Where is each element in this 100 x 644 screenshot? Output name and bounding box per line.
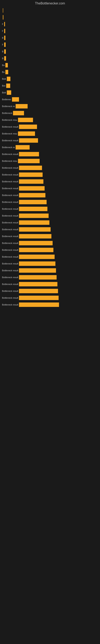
bar-label: Bottleneck result	[2, 283, 18, 285]
bar-fill	[19, 227, 50, 232]
bar-label: Bottleneck result	[2, 276, 18, 278]
bar-row: Bottleneck result	[2, 261, 98, 266]
bar-row: Bottleneck result	[2, 247, 98, 253]
bar-fill	[18, 118, 33, 122]
bar-label: Bottleneck resu	[2, 160, 17, 162]
bar-row: Bo	[2, 62, 98, 68]
site-title: TheBottlenecker.com	[0, 0, 100, 8]
bar-row: Bottleneck result	[2, 199, 98, 205]
bar-label: Bottleneck result	[2, 126, 18, 128]
bar-row: Bottleneck result	[2, 288, 98, 294]
bar-fill	[7, 77, 10, 81]
bar-fill	[6, 84, 10, 88]
bar-fill	[19, 207, 48, 211]
bar-row: Bott	[2, 76, 98, 82]
bar-row: Bottleneck result	[2, 206, 98, 212]
bar-row: Bottleneck result	[2, 186, 98, 191]
bar-label: Bottleneck result	[2, 214, 18, 217]
bar-fill	[4, 22, 5, 26]
bar-fill	[19, 268, 56, 273]
bar-fill	[19, 186, 45, 190]
bar-label: B	[2, 50, 3, 53]
bar-row: Bottleneck result	[2, 281, 98, 287]
bar-fill	[12, 97, 19, 102]
bar-label: Bottleneck	[2, 112, 12, 114]
bar-row: Bottleneck result	[2, 151, 98, 157]
bar-fill	[13, 111, 24, 115]
bar-label: Bottleneck result	[2, 187, 18, 190]
bar-row: Bottleneck result	[2, 165, 98, 171]
bar-label: Bo	[2, 71, 4, 73]
bar-row: Bottleneck result	[2, 274, 98, 280]
bar-fill	[19, 296, 59, 300]
bar-label: Bo	[2, 64, 4, 66]
bar-row: Bottleneck	[2, 110, 98, 116]
bar-fill	[5, 63, 8, 68]
bar-label: Bottleneck result	[2, 228, 18, 231]
bar-label: Bottleneck result	[2, 256, 18, 258]
bar-row: Bottleneck re	[2, 144, 98, 150]
bar-fill	[18, 159, 40, 163]
bar-fill	[19, 179, 43, 184]
bar-fill	[19, 124, 37, 129]
bar-fill	[4, 42, 6, 47]
bar-label: F	[2, 23, 3, 25]
bar-fill	[19, 254, 54, 259]
bar-row: Bottleneck result	[2, 268, 98, 273]
bar-fill	[4, 56, 6, 60]
bar-label: Bottleneck re	[2, 146, 15, 148]
bar-row: B	[2, 56, 98, 61]
bar-fill	[19, 220, 50, 225]
bar-fill	[19, 241, 52, 245]
bar-label: Bottleneck result	[2, 208, 18, 210]
bar-row: Bottleneck result	[2, 220, 98, 226]
bar-fill	[19, 193, 46, 198]
bar-label: Bottleneck result	[2, 304, 18, 306]
bar-label: Bottlenec	[2, 98, 11, 100]
bar-fill	[19, 214, 49, 218]
bar-row: Bot	[2, 83, 98, 88]
bar-fill	[19, 152, 39, 156]
bar-row: Bottleneck resu	[2, 158, 98, 164]
bar-fill	[16, 145, 30, 150]
bar-fill	[19, 234, 51, 238]
bar-row: Bott	[2, 90, 98, 96]
bar-row: B	[2, 35, 98, 41]
bar-row: Bottleneck resu	[2, 117, 98, 123]
bar-row: B	[2, 49, 98, 54]
bar-fill	[19, 275, 57, 280]
bar-fill	[19, 172, 43, 177]
bar-label: B	[2, 37, 3, 39]
bar-row: Bottleneck result	[2, 192, 98, 198]
bar-label: Bottleneck result	[2, 194, 18, 196]
bar-fill	[19, 200, 47, 204]
bar-label: F	[2, 30, 3, 32]
bar-label: B	[2, 57, 3, 60]
bar-label: Bottleneck result	[2, 139, 18, 142]
bar-fill	[18, 132, 35, 136]
bar-fill	[7, 90, 11, 95]
bar-row: Bottleneck resu	[2, 131, 98, 136]
bar-label: Bottleneck result	[2, 167, 18, 169]
bar-label: F	[2, 44, 3, 46]
bar-row: Bottleneck result	[2, 172, 98, 178]
bar-row: Bottleneck result	[2, 240, 98, 246]
bar-row	[2, 8, 98, 13]
bar-row: F	[2, 21, 98, 27]
bar-fill	[19, 289, 58, 293]
bar-row: Bo	[2, 69, 98, 75]
bar-fill	[4, 36, 5, 40]
bar-label: Bot	[2, 84, 5, 87]
bar-label: Bottleneck result	[2, 242, 18, 244]
bar-row: Bottleneck result	[2, 226, 98, 232]
chart-area: FFBFBBBoBoBottBotBottBottlenecBottleneck…	[0, 8, 100, 308]
bar-label: Bottleneck result	[2, 262, 18, 265]
bar-label: Bottleneck result	[2, 174, 18, 176]
bar-fill	[4, 29, 5, 33]
bar-fill	[3, 15, 3, 20]
bar-label: Bottleneck resu	[2, 132, 17, 135]
bar-row: Bottleneck result	[2, 138, 98, 143]
bar-fill	[3, 8, 3, 13]
bar-row: Bottlenec	[2, 96, 98, 102]
bar-fill	[4, 49, 6, 54]
